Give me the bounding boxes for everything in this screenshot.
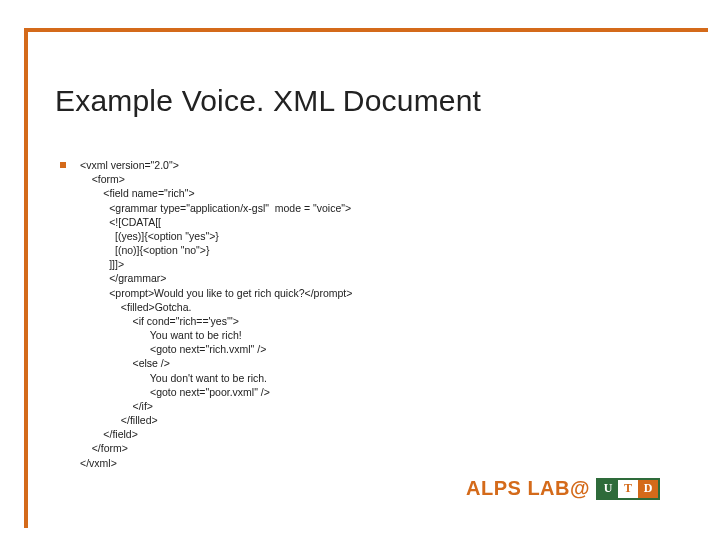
- utd-badge-u: U: [598, 480, 618, 498]
- utd-badge-d: D: [638, 480, 658, 498]
- utd-badge-t: T: [618, 480, 638, 498]
- footer-label: ALPS LAB@: [466, 477, 590, 500]
- bullet-item: <vxml version="2.0"> <form> <field name=…: [60, 158, 680, 470]
- bullet-icon: [60, 162, 66, 168]
- footer: ALPS LAB@ U T D: [466, 477, 660, 500]
- frame-top-border: [24, 28, 708, 32]
- slide: Example Voice. XML Document <vxml versio…: [0, 0, 720, 540]
- slide-title: Example Voice. XML Document: [55, 84, 481, 118]
- frame-left-border: [24, 28, 28, 528]
- content-block: <vxml version="2.0"> <form> <field name=…: [60, 158, 680, 470]
- code-block: <vxml version="2.0"> <form> <field name=…: [80, 158, 352, 470]
- utd-badge: U T D: [596, 478, 660, 500]
